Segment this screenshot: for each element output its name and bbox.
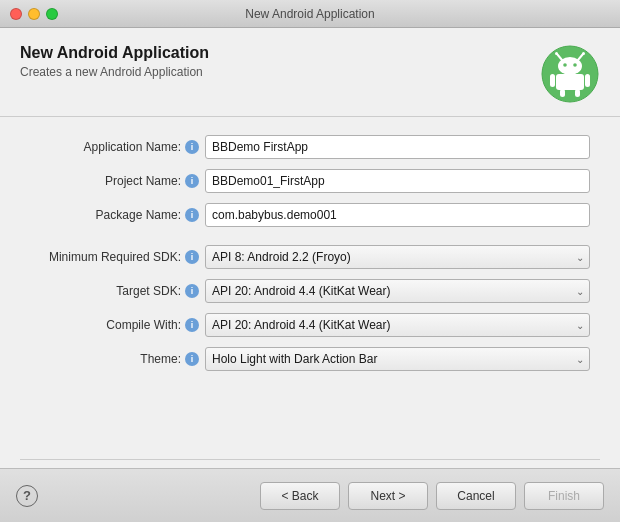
footer: ? < Back Next > Cancel Finish xyxy=(0,468,620,522)
svg-point-3 xyxy=(555,52,558,55)
application-name-info-icon[interactable]: i xyxy=(185,140,199,154)
theme-select-wrapper: Holo Light with Dark Action Bar ⌄ xyxy=(205,347,590,371)
project-name-row: Project Name: i xyxy=(30,169,590,193)
window-title: New Android Application xyxy=(245,7,374,21)
min-sdk-select-wrapper: API 8: Android 2.2 (Froyo) ⌄ xyxy=(205,245,590,269)
svg-point-7 xyxy=(573,63,577,67)
page-subtitle: Creates a new Android Application xyxy=(20,65,209,79)
target-sdk-select[interactable]: API 20: Android 4.4 (KitKat Wear) xyxy=(205,279,590,303)
min-sdk-row: Minimum Required SDK: i API 8: Android 2… xyxy=(30,245,590,269)
finish-button[interactable]: Finish xyxy=(524,482,604,510)
package-name-label: Package Name: i xyxy=(30,208,205,222)
close-button[interactable] xyxy=(10,8,22,20)
compile-with-label: Compile With: i xyxy=(30,318,205,332)
maximize-button[interactable] xyxy=(46,8,58,20)
footer-buttons: < Back Next > Cancel Finish xyxy=(260,482,604,510)
android-logo xyxy=(540,44,600,104)
footer-left: ? xyxy=(16,485,38,507)
help-icon[interactable]: ? xyxy=(16,485,38,507)
window-body: New Android Application Creates a new An… xyxy=(0,28,620,522)
min-sdk-info-icon[interactable]: i xyxy=(185,250,199,264)
title-bar: New Android Application xyxy=(0,0,620,28)
min-sdk-select[interactable]: API 8: Android 2.2 (Froyo) xyxy=(205,245,590,269)
target-sdk-row: Target SDK: i API 20: Android 4.4 (KitKa… xyxy=(30,279,590,303)
application-name-input[interactable] xyxy=(205,135,590,159)
svg-rect-8 xyxy=(556,74,584,90)
theme-select[interactable]: Holo Light with Dark Action Bar xyxy=(205,347,590,371)
page-title: New Android Application xyxy=(20,44,209,62)
footer-divider xyxy=(20,459,600,460)
compile-with-info-icon[interactable]: i xyxy=(185,318,199,332)
svg-rect-10 xyxy=(585,74,590,87)
compile-with-select[interactable]: API 20: Android 4.4 (KitKat Wear) xyxy=(205,313,590,337)
svg-point-5 xyxy=(558,57,582,75)
header-text: New Android Application Creates a new An… xyxy=(20,44,209,79)
svg-point-6 xyxy=(563,63,567,67)
target-sdk-select-wrapper: API 20: Android 4.4 (KitKat Wear) ⌄ xyxy=(205,279,590,303)
package-name-input[interactable] xyxy=(205,203,590,227)
application-name-label: Application Name: i xyxy=(30,140,205,154)
compile-with-select-wrapper: API 20: Android 4.4 (KitKat Wear) ⌄ xyxy=(205,313,590,337)
target-sdk-label: Target SDK: i xyxy=(30,284,205,298)
package-name-info-icon[interactable]: i xyxy=(185,208,199,222)
cancel-button[interactable]: Cancel xyxy=(436,482,516,510)
project-name-input[interactable] xyxy=(205,169,590,193)
application-name-row: Application Name: i xyxy=(30,135,590,159)
min-sdk-label: Minimum Required SDK: i xyxy=(30,250,205,264)
svg-point-4 xyxy=(582,52,585,55)
project-name-label: Project Name: i xyxy=(30,174,205,188)
theme-label: Theme: i xyxy=(30,352,205,366)
project-name-info-icon[interactable]: i xyxy=(185,174,199,188)
compile-with-row: Compile With: i API 20: Android 4.4 (Kit… xyxy=(30,313,590,337)
svg-rect-12 xyxy=(575,89,580,97)
back-button[interactable]: < Back xyxy=(260,482,340,510)
theme-row: Theme: i Holo Light with Dark Action Bar… xyxy=(30,347,590,371)
theme-info-icon[interactable]: i xyxy=(185,352,199,366)
minimize-button[interactable] xyxy=(28,8,40,20)
android-icon xyxy=(540,44,600,104)
svg-rect-9 xyxy=(550,74,555,87)
window-controls xyxy=(10,8,58,20)
form-section: Application Name: i Project Name: i Pack… xyxy=(0,117,620,451)
target-sdk-info-icon[interactable]: i xyxy=(185,284,199,298)
package-name-row: Package Name: i xyxy=(30,203,590,227)
svg-rect-11 xyxy=(560,89,565,97)
header-section: New Android Application Creates a new An… xyxy=(0,28,620,117)
next-button[interactable]: Next > xyxy=(348,482,428,510)
